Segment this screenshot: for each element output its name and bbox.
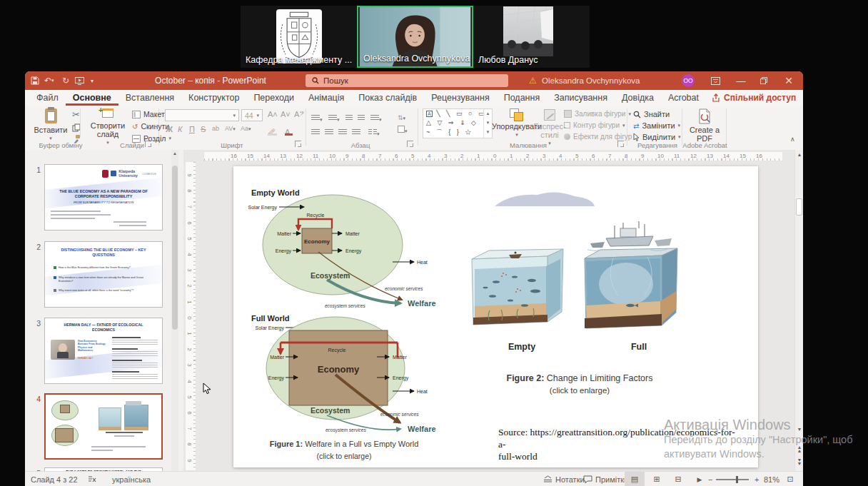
ribbon-display-options-button[interactable] [705, 71, 726, 90]
search-box[interactable]: Пошук [306, 74, 508, 87]
tab-Показ слайдів[interactable]: Показ слайдів [351, 90, 424, 106]
tab-Конструктор[interactable]: Конструктор [181, 90, 246, 106]
highlight-color-button[interactable]: 🖉 [268, 125, 276, 138]
shape-outline-button[interactable]: Контур фігури▾ [564, 121, 625, 129]
redo-button[interactable]: ↻ [62, 71, 69, 90]
font-dialog-launcher[interactable] [295, 141, 301, 147]
svg-text:ecosystem services: ecosystem services [325, 303, 365, 309]
replace-button[interactable]: ⇄Замінити▾ [633, 121, 680, 130]
zoom-out-button[interactable]: − [708, 472, 712, 486]
find-button[interactable]: Знайти [633, 110, 670, 118]
font-size-select[interactable]: 44▾ [241, 109, 263, 121]
align-right-button[interactable] [338, 126, 347, 138]
slide-editing-area[interactable]: Empty World Solar Energy Recycle Economy… [233, 166, 758, 467]
zoom-slider[interactable] [716, 472, 749, 486]
change-case-button[interactable]: Aa▾ [241, 125, 251, 132]
paste-button[interactable]: Вставити▾ [31, 108, 71, 143]
account-name[interactable]: Oleksandra Ovchynnykova [542, 71, 640, 90]
next-slide-button[interactable]: ▼▼ [795, 458, 803, 465]
scroll-up-icon[interactable]: ▲ [171, 151, 178, 156]
select-button[interactable]: Виділити▾ [633, 133, 681, 141]
thumbnail-scrollbar[interactable]: ▲ [171, 150, 178, 471]
underline-button[interactable]: П [189, 125, 195, 133]
scroll-down-icon[interactable]: ▼ [795, 427, 803, 432]
shapes-gallery[interactable]: A ╲ ╲ ▭ ○ ▭ △ ▽ ⇒ ⇓ ◇ ~ ⌒ { } ☆ ▲▼▼ [423, 108, 493, 138]
restore-button[interactable] [753, 71, 774, 90]
tab-Файл[interactable]: Файл [29, 90, 66, 106]
shape-effects-button[interactable]: Ефекти для фігур▾ [564, 133, 637, 141]
tab-Подання[interactable]: Подання [497, 90, 547, 106]
reset-button[interactable]: ↺Скинути [132, 122, 169, 131]
cut-icon[interactable]: ✂ [72, 109, 80, 120]
line-spacing-button[interactable]: ▾ [370, 111, 382, 124]
numbering-button[interactable]: ▾ [328, 111, 340, 124]
increase-font-icon[interactable]: A˄ [268, 110, 278, 118]
warning-icon[interactable]: ⚠ [529, 71, 537, 90]
slide-thumbnail-2[interactable]: DISTINGUISHING THE BLUE ECONOMY – KEY QU… [44, 241, 163, 308]
slide-sorter-view-button[interactable]: ⊞ [647, 472, 667, 486]
undo-button[interactable]: ↶▾ [44, 71, 54, 90]
italic-button[interactable]: К [178, 125, 182, 133]
customize-qat-button[interactable]: ▾ [91, 71, 94, 90]
normal-view-button[interactable]: ▤ [625, 472, 645, 486]
create-pdf-button[interactable]: Create a PDF [687, 108, 722, 143]
slideshow-view-button[interactable]: ▶ [690, 472, 710, 486]
columns-button[interactable]: ▾ [368, 126, 380, 138]
bullets-button[interactable]: ▾ [311, 111, 323, 124]
scroll-up-icon[interactable]: ▲ [795, 152, 803, 157]
tab-Основне[interactable]: Основне [66, 90, 118, 106]
justify-button[interactable] [352, 126, 360, 138]
tab-Записування[interactable]: Записування [547, 90, 615, 106]
collapse-ribbon-button[interactable]: ∧ [790, 136, 795, 143]
start-slideshow-button[interactable] [75, 71, 84, 90]
font-color-button[interactable]: А [285, 125, 290, 138]
share-button[interactable]: Спільний доступ [712, 91, 796, 105]
text-shadow-button[interactable]: ab [212, 125, 219, 132]
tab-Вставлення[interactable]: Вставлення [118, 90, 181, 106]
tab-Рецензування[interactable]: Рецензування [424, 90, 496, 106]
decrease-indent-button[interactable] [345, 111, 353, 124]
slide-thumbnail-1[interactable]: Klaipeda University CONEXUS THE BLUE ECO… [44, 164, 163, 231]
save-button[interactable] [31, 71, 39, 90]
title-bar: ↶▾ ↻ ▾ October – копія - PowerPoint Пошу… [25, 71, 803, 90]
fit-to-window-button[interactable]: ⊡ [780, 472, 800, 486]
decrease-font-icon[interactable]: A˅ [281, 110, 291, 118]
tab-Довідка[interactable]: Довідка [615, 90, 661, 106]
bold-button[interactable]: Ж [166, 125, 173, 133]
slide-thumbnail-4-selected[interactable] [44, 393, 163, 460]
language-indicator[interactable]: українська [112, 472, 151, 486]
align-left-button[interactable] [311, 126, 320, 138]
zoom-in-button[interactable]: + [755, 472, 759, 486]
tab-Acrobat[interactable]: Acrobat [661, 90, 706, 106]
font-name-select[interactable]: ▾ [165, 109, 239, 121]
paragraph-dialog-launcher[interactable] [407, 141, 413, 147]
zoom-level[interactable]: 81% [764, 472, 779, 486]
character-spacing-button[interactable]: AV▾ [225, 125, 236, 132]
tab-Переходи[interactable]: Переходи [246, 90, 301, 106]
text-direction-button[interactable]: ⇅▾ [398, 110, 405, 123]
notes-button[interactable]: Нотатки [543, 472, 585, 486]
participant-tile-2-active-speaker[interactable]: Oleksandra Ovchynnykova [357, 6, 473, 68]
participant-tile-3[interactable]: Любов Дранус [473, 6, 590, 68]
increase-indent-button[interactable] [358, 111, 365, 124]
close-button[interactable]: ✕ [776, 71, 802, 90]
comments-button[interactable]: Примітки [583, 472, 628, 486]
avatar[interactable]: OO [682, 74, 695, 87]
tab-Анімація[interactable]: Анімація [301, 90, 351, 106]
zoom-slider-thumb[interactable] [736, 476, 738, 483]
clear-formatting-icon[interactable]: A𝄢 [294, 110, 304, 119]
shape-fill-button[interactable]: Заливка фігури▾ [564, 110, 631, 118]
strikethrough-button[interactable]: S [201, 125, 206, 133]
drawing-dialog-launcher[interactable] [617, 141, 624, 147]
align-center-button[interactable] [325, 126, 333, 138]
previous-slide-button[interactable]: ▲▲ [795, 445, 803, 452]
thumbnail-scrollbar-thumb[interactable] [172, 166, 178, 330]
align-text-button[interactable]: ▾ [398, 123, 408, 136]
slide-thumbnail-3[interactable]: HERMAN DALY — FATHER OF ECOLOGICAL ECONO… [44, 318, 163, 384]
slide-scrollbar-thumb[interactable] [796, 198, 802, 216]
spellcheck-icon[interactable] [88, 472, 97, 486]
minimize-button[interactable]: — [730, 71, 752, 90]
slide-scrollbar[interactable]: ▲ ▼ ▲▲ ▼▼ [794, 150, 803, 471]
reading-view-button[interactable]: ⊟ [668, 472, 688, 486]
participant-tile-1[interactable]: Кафедра менеджменту ... [241, 6, 357, 68]
